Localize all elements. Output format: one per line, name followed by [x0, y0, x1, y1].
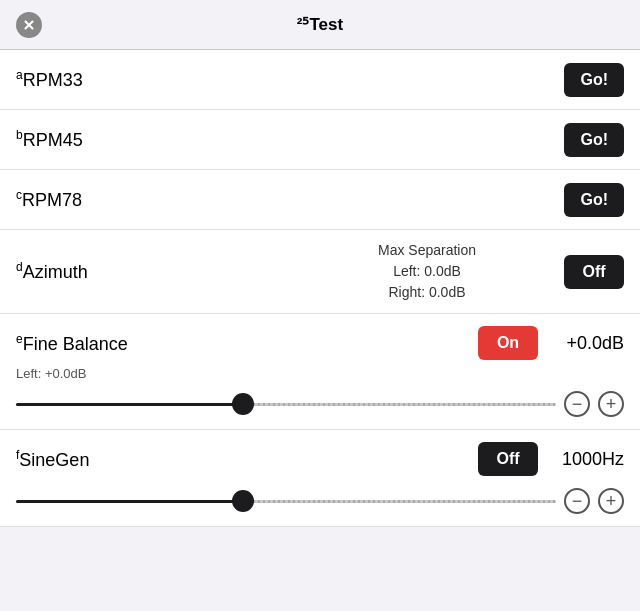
azimuth-max-sep: Max Separation [290, 240, 564, 261]
fine-balance-toggle-button[interactable]: On [478, 326, 538, 360]
sinegen-minus-button[interactable]: − [564, 488, 590, 514]
sinegen-top: fSineGen Off 1000Hz [0, 430, 640, 482]
sinegen-plus-button[interactable]: + [598, 488, 624, 514]
fine-balance-section: eFine Balance On +0.0dB Left: +0.0dB − + [0, 314, 640, 430]
rpm33-label: aRPM33 [16, 68, 564, 91]
azimuth-toggle-button[interactable]: Off [564, 255, 624, 289]
rpm78-label: cRPM78 [16, 188, 564, 211]
fine-balance-label: eFine Balance [16, 334, 128, 354]
fine-balance-dotted [243, 403, 556, 406]
sinegen-toggle-button[interactable]: Off [478, 442, 538, 476]
azimuth-info: Max Separation Left: 0.0dB Right: 0.0dB [290, 240, 564, 303]
fine-balance-plus-button[interactable]: + [598, 391, 624, 417]
sinegen-thumb[interactable] [232, 490, 254, 512]
fine-balance-slider[interactable] [16, 394, 556, 414]
rpm33-row: aRPM33 Go! [0, 50, 640, 110]
sinegen-value: 1000Hz [554, 449, 624, 470]
azimuth-left: Left: 0.0dB [290, 261, 564, 282]
page-title: ²⁵Test [297, 14, 343, 35]
rpm45-go-button[interactable]: Go! [564, 123, 624, 157]
rpm78-go-button[interactable]: Go! [564, 183, 624, 217]
sinegen-track [16, 500, 556, 503]
azimuth-row: dAzimuth Max Separation Left: 0.0dB Righ… [0, 230, 640, 314]
fine-balance-minus-button[interactable]: − [564, 391, 590, 417]
fine-balance-slider-row: − + [0, 385, 640, 429]
sinegen-fill [16, 500, 243, 503]
fine-balance-sub-label: Left: +0.0dB [0, 366, 640, 385]
fine-balance-value: +0.0dB [554, 333, 624, 354]
rpm45-row: bRPM45 Go! [0, 110, 640, 170]
header: ²⁵Test [0, 0, 640, 50]
close-button[interactable] [16, 12, 42, 38]
sinegen-label: fSineGen [16, 448, 478, 471]
rpm33-go-button[interactable]: Go! [564, 63, 624, 97]
rpm45-label: bRPM45 [16, 128, 564, 151]
sinegen-slider[interactable] [16, 491, 556, 511]
sinegen-slider-row: − + [0, 482, 640, 526]
fine-balance-track [16, 403, 556, 406]
azimuth-right: Right: 0.0dB [290, 282, 564, 303]
fine-balance-thumb[interactable] [232, 393, 254, 415]
fine-balance-top: eFine Balance On +0.0dB [0, 314, 640, 366]
rpm78-row: cRPM78 Go! [0, 170, 640, 230]
fine-balance-fill [16, 403, 243, 406]
azimuth-label: dAzimuth [16, 260, 290, 283]
sinegen-section: fSineGen Off 1000Hz − + [0, 430, 640, 527]
sinegen-dotted [243, 500, 556, 503]
